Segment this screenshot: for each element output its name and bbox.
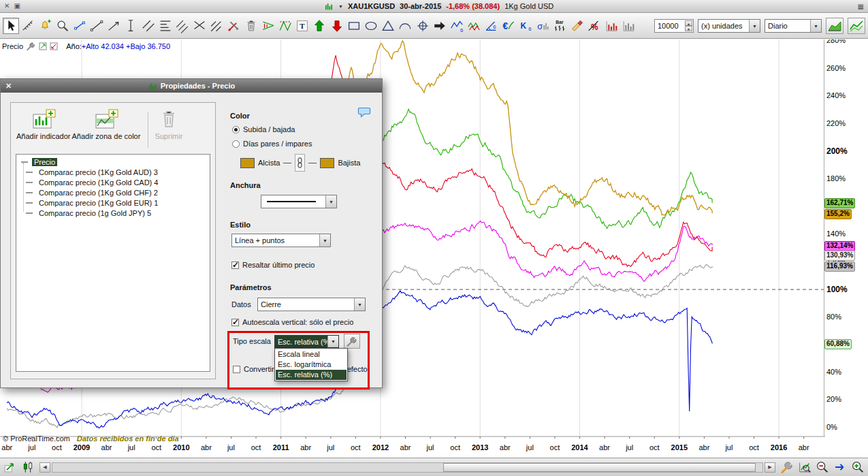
candlestick-view-icon[interactable] (20, 460, 35, 475)
highlight-last-price-checkbox[interactable] (231, 261, 239, 269)
convert-default-checkbox[interactable] (233, 366, 240, 373)
buy-arrow-tool[interactable] (311, 18, 327, 34)
dialog-close-icon[interactable]: ✕ (5, 82, 12, 91)
scale-type-select[interactable]: Esc. relativa (%)▼ (274, 335, 339, 348)
euro-stat-tool[interactable]: € (500, 18, 516, 34)
ray-tool[interactable] (106, 18, 122, 34)
scrollbar-track[interactable] (52, 462, 763, 473)
price-alert-tool[interactable] (37, 18, 53, 34)
pointer-tool[interactable] (3, 18, 19, 34)
text-note-tool[interactable]: T (294, 18, 310, 34)
angle-tool[interactable]: 6 (483, 18, 499, 34)
data-select[interactable]: Cierre▼ (257, 298, 366, 311)
help-icon[interactable] (357, 106, 371, 118)
down-color-swatch[interactable] (320, 158, 334, 168)
zoom-tool[interactable] (54, 18, 71, 34)
magnifier-minus-icon[interactable] (815, 460, 830, 475)
compare-chart-button[interactable] (848, 18, 865, 34)
chevron-down-icon[interactable]: ▼ (327, 336, 338, 347)
measure-tool[interactable] (20, 18, 36, 34)
chevron-down-icon[interactable]: ▼ (810, 20, 821, 32)
width-select[interactable]: ▼ (261, 195, 337, 208)
chart-style-gray-icon[interactable] (620, 18, 637, 34)
target-tool[interactable] (415, 18, 431, 34)
indicator-list-item[interactable]: Comparac precio (1Kg Gold CAD) 4 (16, 177, 210, 187)
rectangle-tool[interactable] (346, 18, 362, 34)
zigzag-indicator-tool[interactable]: 6 (449, 18, 465, 34)
price-settings-wrench-icon[interactable] (26, 41, 36, 51)
chevron-down-icon[interactable]: ▼ (319, 234, 330, 247)
units-select[interactable]: (x) unidades▼ (698, 19, 760, 33)
cross-lines-tool[interactable] (191, 18, 208, 34)
layout-grid-icon[interactable]: ▦ (858, 3, 864, 10)
copyright-text[interactable]: © ProRealTime.com (3, 434, 70, 443)
triangle-pattern-tool[interactable] (277, 18, 293, 34)
expand-panel-icon[interactable] (39, 42, 47, 50)
expand-window-icon[interactable]: ▣ (14, 3, 20, 10)
magnifier-plus-icon[interactable] (850, 460, 865, 475)
continue-pattern-tool[interactable] (432, 18, 448, 34)
link-colors-icon[interactable] (295, 154, 305, 172)
arc-tool[interactable] (397, 18, 413, 34)
elliott-waves-tool[interactable] (466, 18, 482, 34)
detach-chart-icon[interactable] (3, 460, 18, 475)
scroll-right-icon[interactable]: ▶ (765, 462, 775, 473)
scale-menu-option[interactable]: Esc. relativa (%) (276, 370, 347, 380)
delete-drawings-tool[interactable] (243, 18, 259, 34)
sigma-stat-tool[interactable]: σ (534, 18, 551, 34)
wrench-icon[interactable] (779, 460, 794, 475)
price-label[interactable]: Precio (2, 42, 23, 50)
quantity-input[interactable]: 10000 ▲▼ (654, 19, 694, 33)
add-indicator-button[interactable]: Añadir indicador (16, 108, 71, 140)
small-segment-tool[interactable] (71, 18, 88, 34)
vertical-line-tool[interactable] (123, 18, 139, 34)
indicator-list-item[interactable]: Comparac precio (1g Gold JPY) 5 (16, 208, 210, 218)
triangle-tool[interactable] (380, 18, 396, 34)
indicator-list-item[interactable]: Comparac precio (1Kg Gold EUR) 1 (16, 197, 210, 208)
scrollbar-thumb[interactable] (443, 463, 756, 472)
highlighter-tool[interactable] (568, 18, 585, 34)
scroll-left-icon[interactable]: ◀ (39, 462, 50, 473)
correction-tool[interactable] (225, 18, 242, 34)
chevron-down-icon[interactable]: ▼ (325, 195, 336, 208)
time-axis[interactable]: abrjuloct2009abrjuloct2010abrjuloct2011a… (0, 443, 825, 453)
updown-radio[interactable] (232, 126, 240, 133)
instrument-dropdown-icon[interactable]: ▼ (338, 4, 343, 9)
horizontal-scrollbar[interactable]: ◀ ▶ (39, 462, 775, 473)
up-color-swatch[interactable] (240, 158, 255, 168)
percent-change-tool[interactable]: % (585, 18, 602, 34)
scale-menu-option[interactable]: Esc. logarítmica (276, 360, 347, 370)
chevron-down-icon[interactable]: ▼ (749, 20, 760, 32)
chart-style-red-icon[interactable] (603, 18, 620, 34)
k-stat-tool[interactable]: K6 (517, 18, 534, 34)
price-axis[interactable]: 280%260%240%220%200%180%160%140%120%100%… (826, 39, 867, 439)
indicator-list-item[interactable]: Precio (16, 157, 210, 167)
parallel-lines-tool[interactable] (140, 18, 157, 34)
timeframe-select[interactable]: Diario▼ (765, 19, 822, 33)
area-chart-button[interactable] (826, 18, 843, 34)
pennant-pattern-tool[interactable] (260, 18, 276, 34)
autoscale-checkbox[interactable] (231, 319, 239, 326)
add-color-zone-button[interactable]: Añadir zona de color (72, 108, 141, 140)
scale-menu-option[interactable]: Escala lineal (276, 349, 347, 360)
pitchfork-tool[interactable] (208, 18, 225, 34)
bar-stat-tool[interactable]: Bar (551, 18, 568, 34)
pairs-radio[interactable] (232, 140, 240, 148)
style-select[interactable]: Línea + puntos▼ (231, 234, 331, 247)
quantity-stepper[interactable]: ▲▼ (685, 20, 692, 31)
instrument-symbol[interactable]: XAU1KGUSD (348, 2, 395, 10)
sell-arrow-tool[interactable] (329, 18, 345, 34)
chevron-down-icon[interactable]: ▼ (354, 298, 365, 311)
indicator-list[interactable]: PrecioComparac precio (1Kg Gold AUD) 3Co… (16, 154, 210, 372)
fibonacci-tool[interactable] (157, 18, 174, 34)
segment-tool[interactable] (89, 18, 105, 34)
delete-indicator-button[interactable]: Suprimir (155, 108, 182, 140)
dialog-titlebar[interactable]: ✕ Propiedades - Precio (1, 79, 382, 93)
chart-zoom-icon[interactable] (797, 460, 812, 475)
close-window-icon[interactable]: ✕ (4, 3, 10, 10)
indicator-list-item[interactable]: Comparac precio (1Kg Gold CHF) 2 (16, 187, 210, 197)
channel-tool[interactable] (174, 18, 191, 34)
pan-right-icon[interactable] (833, 460, 848, 475)
collapse-panel-icon[interactable] (50, 42, 58, 50)
scale-settings-button[interactable] (344, 334, 360, 349)
